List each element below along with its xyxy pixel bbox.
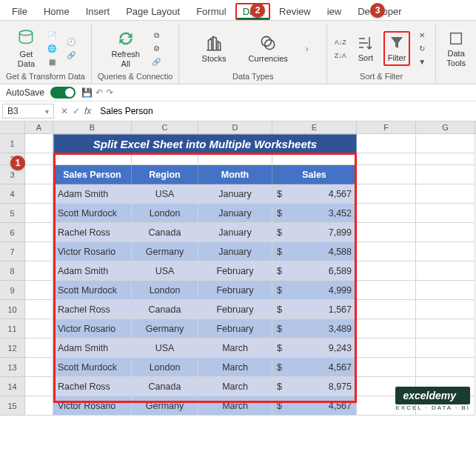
cell-month[interactable]: February: [198, 281, 272, 300]
cell-region[interactable]: Germany: [132, 242, 198, 261]
stocks-button[interactable]: Stocks: [198, 32, 231, 64]
title-banner[interactable]: Split Excel Sheet into Multiple Workshee…: [53, 134, 357, 153]
tab-file[interactable]: File: [4, 3, 35, 20]
cell-region[interactable]: USA: [132, 261, 198, 281]
cell-region[interactable]: Canada: [132, 300, 198, 319]
autosave-toggle[interactable]: [50, 87, 76, 99]
cell-region[interactable]: London: [132, 281, 198, 300]
refresh-all-button[interactable]: Refresh All: [107, 27, 144, 69]
reapply-icon[interactable]: ↻: [415, 43, 429, 55]
data-tools-button[interactable]: Data Tools: [442, 28, 470, 68]
row-header[interactable]: 10: [0, 300, 25, 319]
row-header[interactable]: 12: [0, 339, 25, 358]
cell-region[interactable]: USA: [132, 184, 198, 204]
table-header[interactable]: Sales Person: [53, 165, 132, 184]
row-header[interactable]: 13: [0, 358, 25, 377]
col-header[interactable]: E: [272, 121, 357, 133]
cell-month[interactable]: March: [198, 358, 272, 377]
cell-person[interactable]: Adam Smith: [53, 261, 132, 281]
cell-person[interactable]: Rachel Ross: [53, 377, 132, 396]
cancel-icon[interactable]: ✕: [61, 106, 68, 116]
tab-formulas[interactable]: Formul: [189, 3, 233, 20]
cell-month[interactable]: January: [198, 184, 272, 204]
cell-month[interactable]: March: [198, 377, 272, 396]
col-header[interactable]: D: [198, 121, 272, 133]
cell-month[interactable]: March: [198, 339, 272, 358]
cell-sales[interactable]: $3,452: [272, 204, 357, 223]
cell-person[interactable]: Adam Smith: [53, 184, 132, 204]
row-header[interactable]: 6: [0, 223, 25, 242]
chevron-right-icon[interactable]: ›: [306, 44, 309, 54]
cell-person[interactable]: Scott Murdock: [53, 204, 132, 223]
advanced-icon[interactable]: ▼: [415, 56, 429, 68]
cell-region[interactable]: London: [132, 204, 198, 223]
table-header[interactable]: Region: [132, 165, 198, 184]
clear-filter-icon[interactable]: ✕: [415, 30, 429, 41]
cell-region[interactable]: Canada: [132, 377, 198, 396]
row-header[interactable]: 4: [0, 184, 25, 204]
redo-icon[interactable]: ↷: [106, 87, 113, 98]
table-header[interactable]: Month: [198, 165, 272, 184]
row-header[interactable]: 8: [0, 261, 25, 281]
from-web-icon[interactable]: 🌐: [44, 43, 59, 55]
cell-person[interactable]: Adam Smith: [53, 339, 132, 358]
cell-sales[interactable]: $8,975: [272, 377, 357, 396]
cell-sales[interactable]: $9,243: [272, 339, 357, 358]
row-header[interactable]: 5: [0, 204, 25, 223]
chevron-down-icon[interactable]: ▾: [45, 107, 49, 116]
save-icon[interactable]: 💾: [81, 87, 93, 98]
cell-region[interactable]: Canada: [132, 223, 198, 242]
from-table-icon[interactable]: ▦: [44, 56, 59, 68]
cell-region[interactable]: Germany: [132, 396, 198, 416]
tab-home[interactable]: Home: [36, 3, 77, 20]
cell-person[interactable]: Rachel Ross: [53, 223, 132, 242]
properties-icon[interactable]: ⚙: [149, 43, 164, 55]
tab-insert[interactable]: Insert: [78, 3, 118, 20]
cell-region[interactable]: Germany: [132, 319, 198, 339]
table-header[interactable]: Sales: [272, 165, 357, 184]
connections-icon[interactable]: 🔗: [64, 50, 78, 61]
row-header[interactable]: 7: [0, 242, 25, 261]
col-header[interactable]: C: [132, 121, 198, 133]
tab-pagelayout[interactable]: Page Layout: [118, 3, 187, 20]
row-header[interactable]: 14: [0, 377, 25, 396]
tab-review[interactable]: Review: [272, 3, 318, 20]
tab-view[interactable]: iew: [320, 3, 349, 20]
row-header[interactable]: 1: [0, 134, 25, 153]
col-header[interactable]: F: [357, 121, 416, 133]
col-header[interactable]: G: [416, 121, 475, 133]
cell-month[interactable]: January: [198, 223, 272, 242]
cell-person[interactable]: Scott Murdock: [53, 358, 132, 377]
cell-sales[interactable]: $4,567: [272, 358, 357, 377]
row-header[interactable]: 9: [0, 281, 25, 300]
cell-sales[interactable]: $4,999: [272, 281, 357, 300]
currencies-button[interactable]: Currencies: [244, 32, 292, 64]
select-all-corner[interactable]: [0, 121, 25, 133]
cell-month[interactable]: March: [198, 396, 272, 416]
fx-icon[interactable]: fx: [84, 106, 91, 116]
cell-sales[interactable]: $7,899: [272, 223, 357, 242]
cell-person[interactable]: Victor Rosario: [53, 396, 132, 416]
sort-button[interactable]: Sort: [352, 33, 379, 64]
cell-sales[interactable]: $6,589: [272, 261, 357, 281]
cell-region[interactable]: USA: [132, 339, 198, 358]
cell-month[interactable]: February: [198, 319, 272, 339]
cell-sales[interactable]: $3,489: [272, 319, 357, 339]
row-header[interactable]: 15: [0, 396, 25, 416]
cell-month[interactable]: January: [198, 204, 272, 223]
cell-person[interactable]: Victor Rosario: [53, 319, 132, 339]
cell-region[interactable]: London: [132, 358, 198, 377]
cell-month[interactable]: February: [198, 261, 272, 281]
get-data-button[interactable]: Get Data: [12, 27, 40, 69]
col-header[interactable]: A: [25, 121, 53, 133]
from-text-icon[interactable]: 📄: [44, 30, 59, 41]
enter-icon[interactable]: ✓: [73, 106, 80, 116]
formula-input[interactable]: [95, 104, 476, 119]
cell-sales[interactable]: $4,588: [272, 242, 357, 261]
sort-za-icon[interactable]: Z↓A: [333, 50, 348, 61]
cell-person[interactable]: Rachel Ross: [53, 300, 132, 319]
sort-az-icon[interactable]: A↓Z: [333, 36, 348, 48]
filter-button[interactable]: Filter: [383, 31, 410, 65]
cell-person[interactable]: Scott Murdock: [53, 281, 132, 300]
cell-person[interactable]: Victor Rosario: [53, 242, 132, 261]
